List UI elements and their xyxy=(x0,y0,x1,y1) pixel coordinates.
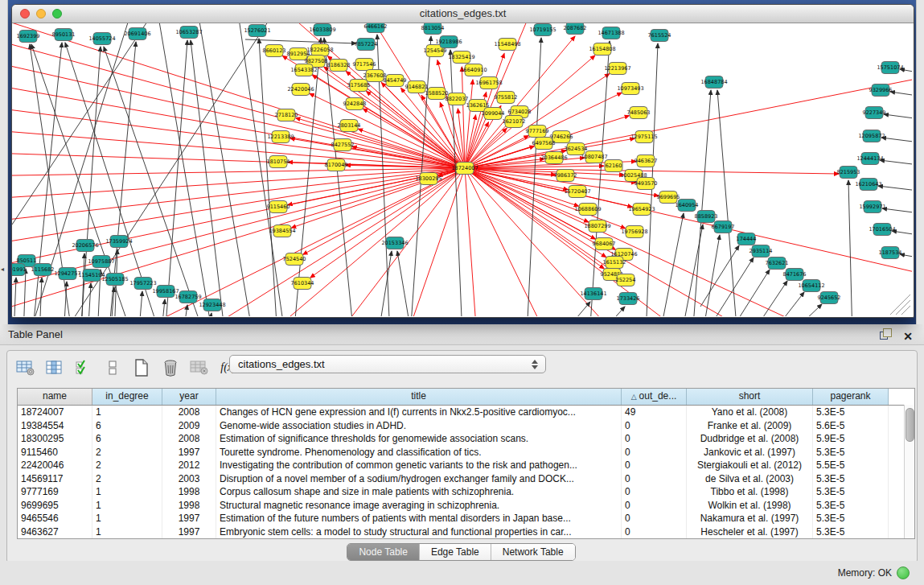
left-collapse-strip[interactable]: ◂ xyxy=(0,0,8,324)
graph-node[interactable]: 1692399 xyxy=(17,31,40,43)
table-row[interactable]: 1456911722003Disruption of a novel membe… xyxy=(18,472,914,486)
delete-table-icon[interactable] xyxy=(160,357,181,378)
table-row[interactable]: 2242004622012Investigating the contribut… xyxy=(18,459,914,472)
table-row[interactable]: 1830029562008Estimation of significance … xyxy=(18,432,914,446)
graph-node[interactable]: 9755812 xyxy=(495,92,518,104)
column-header-pagerank[interactable]: pagerank xyxy=(813,389,889,405)
create-table-icon[interactable] xyxy=(131,357,152,378)
graph-node[interactable]: 7632621 xyxy=(766,257,789,270)
graph-node[interactable]: 2935114 xyxy=(749,245,773,257)
graph-node[interactable]: 1115682 xyxy=(31,264,55,276)
graph-node[interactable]: 19756928 xyxy=(621,226,647,238)
graph-node[interactable]: 16154808 xyxy=(589,43,615,56)
graph-node[interactable]: 9717546 xyxy=(353,59,376,71)
graph-node[interactable]: 11548498 xyxy=(494,39,520,51)
collapse-left-arrow-icon[interactable]: ◂ xyxy=(1,266,4,273)
graph-node[interactable]: 14055724 xyxy=(88,33,115,45)
graph-node[interactable]: 1810754 xyxy=(267,156,290,168)
zoom-button[interactable] xyxy=(52,9,62,19)
graph-node[interactable]: 1621072 xyxy=(503,116,526,128)
network-window-titlebar[interactable]: citations_edges.txt xyxy=(12,5,914,23)
graph-node[interactable]: 174444 xyxy=(737,233,757,245)
graph-node[interactable]: 252254 xyxy=(616,274,636,286)
graph-node[interactable]: 9777169 xyxy=(526,126,549,138)
table-row[interactable]: 911546021997Tourette syndrome. Phenomeno… xyxy=(18,446,914,459)
graph-node[interactable]: 12505185 xyxy=(101,274,128,286)
table-row[interactable]: 946362711997Embryonic stem cells: a mode… xyxy=(18,525,914,539)
graph-node[interactable]: 20691406 xyxy=(124,28,150,40)
graph-node[interactable]: 10719155 xyxy=(529,24,556,36)
graph-node[interactable]: 9329966 xyxy=(869,84,893,97)
graph-node[interactable]: 2087682 xyxy=(564,23,587,35)
graph-node[interactable]: 16640910 xyxy=(460,64,487,76)
graph-node[interactable]: 8471676 xyxy=(783,269,807,281)
resize-grip-icon[interactable] xyxy=(890,295,910,315)
graph-node[interactable]: 9463627 xyxy=(634,155,658,167)
table-row[interactable]: 969969511998Structural magnetic resonanc… xyxy=(18,499,914,513)
graph-node[interactable]: 12213389 xyxy=(267,131,294,143)
graph-node[interactable]: 8858923 xyxy=(695,211,718,223)
table-row[interactable]: 1938455462009Genome-wide association stu… xyxy=(18,419,914,433)
graph-node[interactable]: 17016504 xyxy=(869,224,895,236)
graph-node[interactable]: 16848784 xyxy=(700,76,727,89)
graph-node[interactable]: 2803144 xyxy=(338,120,361,132)
graph-node[interactable]: 10975887 xyxy=(88,256,114,268)
graph-node[interactable]: 7857224 xyxy=(355,39,378,51)
graph-node[interactable]: 15720407 xyxy=(564,186,590,198)
graph-node[interactable]: 62160 xyxy=(605,160,622,172)
row-operations-icon[interactable] xyxy=(102,357,123,378)
column-header-in_degree[interactable]: in_degree xyxy=(92,389,162,405)
graph-node[interactable]: 12942757 xyxy=(54,268,80,280)
graph-node[interactable]: 18226058 xyxy=(306,44,333,56)
graph-node[interactable]: 16210643 xyxy=(855,179,881,191)
float-panel-icon[interactable] xyxy=(880,328,892,340)
graph-node[interactable]: 8950131 xyxy=(52,29,76,41)
graph-node[interactable]: 8215953 xyxy=(837,167,860,179)
column-header-year[interactable]: year xyxy=(162,389,216,405)
graph-node[interactable]: 2718120 xyxy=(275,109,298,122)
graph-node[interactable]: 391991 xyxy=(12,264,26,276)
graph-node[interactable]: 9115460 xyxy=(267,201,290,213)
column-header-title[interactable]: title xyxy=(216,389,622,405)
graph-node[interactable]: 6497568 xyxy=(532,138,556,150)
network-view-window[interactable]: citations_edges.txt 18724007866012389129… xyxy=(11,4,914,318)
graph-node[interactable]: 1615132 xyxy=(603,257,626,269)
right-collapse-strip[interactable] xyxy=(916,0,924,324)
scrollbar-thumb[interactable] xyxy=(906,408,914,442)
graph-node[interactable]: 1187534 xyxy=(879,247,902,259)
graph-node[interactable]: 8822037 xyxy=(446,93,469,105)
column-header-short[interactable]: short xyxy=(687,389,813,405)
graph-node[interactable]: 9227349 xyxy=(863,107,886,119)
close-panel-icon[interactable]: ✕ xyxy=(903,327,913,347)
graph-node[interactable]: 1733426 xyxy=(617,293,640,305)
graph-node[interactable]: 6679197 xyxy=(712,221,735,233)
import-table-icon[interactable] xyxy=(189,357,210,378)
graph-node[interactable]: 12444134 xyxy=(856,153,883,165)
graph-node[interactable]: 9242848 xyxy=(343,98,367,110)
graph-node[interactable]: 9684067 xyxy=(593,238,616,250)
graph-node[interactable]: 12095872 xyxy=(858,130,885,142)
network-canvas[interactable]: 1872400786601238912954182260589827508165… xyxy=(12,23,912,316)
graph-node[interactable]: 10653287 xyxy=(175,27,202,39)
table-row[interactable]: 946554611997Estimation of the future num… xyxy=(18,512,914,525)
graph-node[interactable]: 14136141 xyxy=(580,288,606,300)
graph-node[interactable]: 14671388 xyxy=(598,27,624,39)
column-header-name[interactable]: name xyxy=(18,389,92,405)
graph-node[interactable]: 8454749 xyxy=(384,75,407,87)
select-visible-columns-icon[interactable] xyxy=(73,357,94,378)
graph-node[interactable]: 9245652 xyxy=(818,292,841,304)
graph-node[interactable]: 8813054 xyxy=(421,23,445,35)
graph-node[interactable]: 18325419 xyxy=(448,51,474,64)
column-header-out_de[interactable]: △out_de... xyxy=(622,389,687,405)
show-columns-icon[interactable] xyxy=(44,357,65,378)
graph-node[interactable]: 15992971 xyxy=(859,201,885,213)
graph-node[interactable]: 15276021 xyxy=(244,25,270,37)
tab-edge-table[interactable]: Edge Table xyxy=(419,544,491,560)
graph-node[interactable]: 1640954 xyxy=(676,200,699,212)
graph-node[interactable]: 7610344 xyxy=(291,278,314,290)
graph-node[interactable]: 3175685 xyxy=(347,80,371,92)
graph-node[interactable]: 8427552 xyxy=(331,139,355,151)
close-button[interactable] xyxy=(20,9,30,19)
graph-node[interactable]: 7615524 xyxy=(648,30,671,42)
table-row[interactable]: 1872400712008Changes of HCN gene express… xyxy=(18,406,914,419)
